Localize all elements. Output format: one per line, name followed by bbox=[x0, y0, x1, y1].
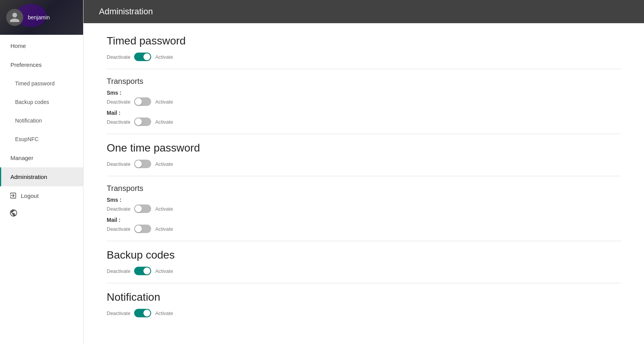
sms-deactivate-1: Deactivate bbox=[107, 99, 130, 105]
transports-otp: Transports Sms : Deactivate Activate Mai… bbox=[107, 184, 621, 233]
logout-icon bbox=[9, 192, 17, 199]
mail-activate-2: Activate bbox=[155, 226, 173, 232]
backup-toggle[interactable] bbox=[134, 267, 151, 275]
mail-deactivate-2: Deactivate bbox=[107, 226, 130, 232]
otp-track bbox=[134, 160, 151, 168]
divider-1 bbox=[107, 69, 621, 69]
sms-track-1 bbox=[134, 97, 151, 106]
transports-title-1: Transports bbox=[107, 77, 621, 86]
otp-toggle-row: Deactivate Activate bbox=[107, 160, 621, 168]
sidebar-item-manager[interactable]: Manager bbox=[0, 148, 83, 167]
sms-deactivate-2: Deactivate bbox=[107, 206, 130, 212]
mail-activate-1: Activate bbox=[155, 119, 173, 125]
notification-thumb bbox=[143, 310, 150, 317]
transports-timed: Transports Sms : Deactivate Activate Mai… bbox=[107, 77, 621, 126]
sidebar-item-administration[interactable]: Administration bbox=[0, 167, 83, 186]
nav-section: Home Preferences Timed password Backup c… bbox=[0, 36, 83, 186]
sidebar-item-esupnfc[interactable]: EsupNFC bbox=[0, 130, 83, 148]
mail-track-1 bbox=[134, 118, 151, 126]
mail-label-2: Mail : bbox=[107, 217, 621, 223]
sms-toggle-row-2: Deactivate Activate bbox=[107, 204, 621, 213]
otp-activate-label: Activate bbox=[155, 161, 173, 167]
otp-toggle[interactable] bbox=[134, 160, 151, 168]
mail-deactivate-1: Deactivate bbox=[107, 119, 130, 125]
sidebar-item-backup-codes[interactable]: Backup codes bbox=[0, 93, 83, 111]
main-content: Administration Timed password Deactivate… bbox=[83, 0, 644, 344]
transports-title-2: Transports bbox=[107, 184, 621, 193]
timed-password-track bbox=[134, 53, 151, 61]
section-title-otp: One time password bbox=[107, 142, 621, 154]
sms-toggle-1[interactable] bbox=[134, 97, 151, 106]
timed-password-toggle-row: Deactivate Activate bbox=[107, 53, 621, 61]
section-title-backup-codes: Backup codes bbox=[107, 249, 621, 261]
mail-toggle-1[interactable] bbox=[134, 118, 151, 126]
sidebar-item-home[interactable]: Home bbox=[0, 36, 83, 55]
mail-toggle-row-2: Deactivate Activate bbox=[107, 225, 621, 233]
sms-label-2: Sms : bbox=[107, 197, 621, 203]
notification-toggle[interactable] bbox=[134, 309, 151, 317]
backup-toggle-row: Deactivate Activate bbox=[107, 267, 621, 275]
notification-track bbox=[134, 309, 151, 317]
page-title: Administration bbox=[99, 7, 153, 17]
globe-icon bbox=[9, 209, 18, 217]
backup-deactivate-label: Deactivate bbox=[107, 268, 130, 274]
sms-activate-1: Activate bbox=[155, 99, 173, 105]
section-notification: Notification Deactivate Activate bbox=[107, 291, 621, 317]
sms-toggle-row-1: Deactivate Activate bbox=[107, 97, 621, 106]
divider-4 bbox=[107, 241, 621, 241]
otp-thumb bbox=[135, 160, 142, 167]
topbar: Administration bbox=[83, 0, 644, 23]
notification-toggle-row: Deactivate Activate bbox=[107, 309, 621, 317]
sms-thumb-2 bbox=[135, 205, 142, 212]
sidebar: benjamin Home Preferences Timed password… bbox=[0, 0, 83, 344]
divider-2 bbox=[107, 134, 621, 134]
section-title-notification: Notification bbox=[107, 291, 621, 303]
content-area: Timed password Deactivate Activate Trans… bbox=[83, 23, 644, 344]
section-timed-password: Timed password Deactivate Activate bbox=[107, 35, 621, 61]
sms-thumb-1 bbox=[135, 98, 142, 105]
backup-track bbox=[134, 267, 151, 275]
backup-activate-label: Activate bbox=[155, 268, 173, 274]
sms-track-2 bbox=[134, 204, 151, 213]
notification-activate-label: Activate bbox=[155, 310, 173, 316]
mail-thumb-1 bbox=[135, 118, 142, 125]
sidebar-item-timed-password[interactable]: Timed password bbox=[0, 74, 83, 93]
avatar bbox=[6, 9, 23, 26]
mail-label-1: Mail : bbox=[107, 110, 621, 116]
timed-password-deactivate-label: Deactivate bbox=[107, 54, 130, 60]
mail-thumb-2 bbox=[135, 225, 142, 232]
notification-deactivate-label: Deactivate bbox=[107, 310, 130, 316]
sidebar-item-preferences[interactable]: Preferences bbox=[0, 55, 83, 74]
timed-password-toggle[interactable] bbox=[134, 53, 151, 61]
sms-label-1: Sms : bbox=[107, 90, 621, 96]
sidebar-item-notification[interactable]: Notification bbox=[0, 111, 83, 130]
otp-deactivate-label: Deactivate bbox=[107, 161, 130, 167]
section-otp: One time password Deactivate Activate bbox=[107, 142, 621, 168]
logout-button[interactable]: Logout bbox=[0, 186, 83, 205]
timed-password-activate-label: Activate bbox=[155, 54, 173, 60]
backup-thumb bbox=[143, 267, 150, 274]
mail-toggle-2[interactable] bbox=[134, 225, 151, 233]
sidebar-header: benjamin bbox=[0, 0, 83, 35]
section-title-timed-password: Timed password bbox=[107, 35, 621, 47]
sms-toggle-2[interactable] bbox=[134, 204, 151, 213]
divider-5 bbox=[107, 283, 621, 283]
divider-3 bbox=[107, 176, 621, 176]
language-button[interactable] bbox=[0, 205, 83, 223]
sms-activate-2: Activate bbox=[155, 206, 173, 212]
logout-label: Logout bbox=[21, 192, 39, 199]
user-icon bbox=[9, 12, 20, 23]
timed-password-thumb bbox=[143, 53, 150, 60]
mail-toggle-row-1: Deactivate Activate bbox=[107, 118, 621, 126]
section-backup-codes: Backup codes Deactivate Activate bbox=[107, 249, 621, 275]
username-label: benjamin bbox=[28, 14, 50, 20]
mail-track-2 bbox=[134, 225, 151, 233]
